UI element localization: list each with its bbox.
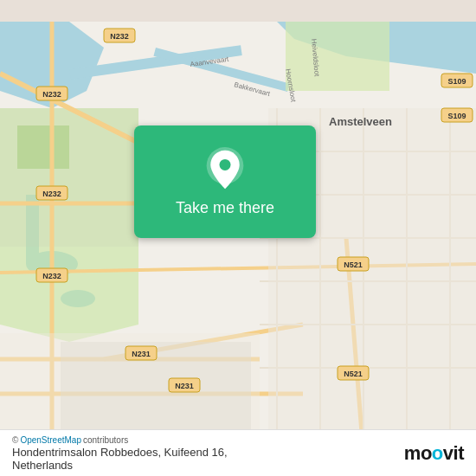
contributors-text: contributors bbox=[83, 435, 128, 445]
svg-text:N231: N231 bbox=[175, 382, 194, 390]
copyright-symbol: © bbox=[12, 435, 18, 445]
svg-text:N232: N232 bbox=[110, 32, 129, 41]
place-country-text: Netherlands bbox=[12, 459, 73, 472]
svg-point-61 bbox=[220, 158, 231, 170]
osm-link[interactable]: OpenStreetMap bbox=[20, 435, 81, 445]
map-container: N232 N232 N232 N231 N231 N521 N521 S109 … bbox=[0, 0, 476, 476]
map-background: N232 N232 N232 N231 N231 N521 N521 S109 … bbox=[0, 0, 476, 476]
svg-text:S109: S109 bbox=[447, 77, 466, 86]
svg-text:S109: S109 bbox=[447, 112, 466, 120]
svg-rect-11 bbox=[286, 22, 389, 91]
cta-label: Take me there bbox=[176, 199, 274, 217]
svg-rect-9 bbox=[17, 125, 69, 169]
svg-text:N231: N231 bbox=[132, 350, 151, 358]
svg-text:N521: N521 bbox=[344, 370, 363, 378]
location-pin-icon bbox=[205, 147, 245, 192]
place-name: Hondentrimsalon Robbedoes, Kuifeend 16, … bbox=[12, 446, 228, 472]
cta-button-container: Take me there bbox=[134, 125, 316, 238]
svg-text:N521: N521 bbox=[344, 261, 363, 269]
svg-text:N232: N232 bbox=[42, 272, 61, 280]
svg-marker-10 bbox=[0, 247, 138, 342]
svg-text:N232: N232 bbox=[42, 190, 61, 198]
moovit-logo[interactable]: moovit bbox=[404, 442, 464, 465]
place-name-text: Hondentrimsalon Robbedoes, Kuifeend 16, bbox=[12, 446, 228, 459]
moovit-logo-text: moovit bbox=[404, 442, 464, 465]
svg-text:Amstelveen: Amstelveen bbox=[329, 115, 392, 128]
bottom-bar: © OpenStreetMap contributors Hondentrims… bbox=[0, 429, 476, 476]
bottom-left: © OpenStreetMap contributors Hondentrims… bbox=[12, 435, 228, 472]
copyright: © OpenStreetMap contributors bbox=[12, 435, 228, 445]
svg-text:N232: N232 bbox=[42, 90, 61, 99]
take-me-there-button[interactable]: Take me there bbox=[134, 125, 316, 238]
